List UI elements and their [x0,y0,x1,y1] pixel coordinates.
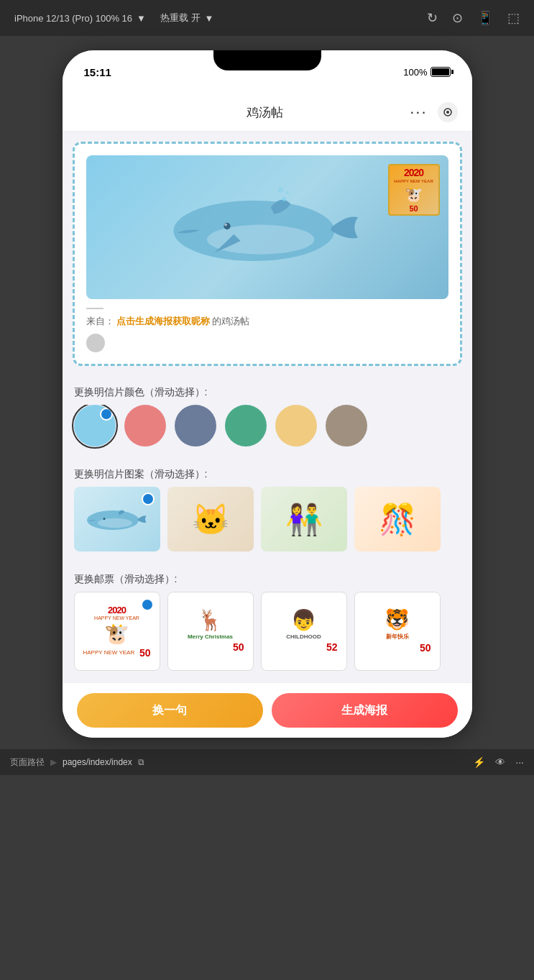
people-emoji: 👫 [285,502,323,537]
devbar-more-icon[interactable]: ··· [515,756,524,768]
phone-time: 15:11 [84,66,111,78]
color-option-0[interactable] [74,405,116,447]
postcard-divider [86,308,103,309]
svg-point-10 [98,518,132,528]
stamp1-text: HAPPY NEW YEAR [94,615,139,620]
fullscreen-icon[interactable]: ⬚ [507,10,520,26]
refresh-icon[interactable]: ↻ [427,10,438,26]
toolbar-left: iPhone 12/13 (Pro) 100% 16 ▼ 热重载 开 ▼ [14,12,213,24]
svg-point-5 [224,223,227,226]
festival-emoji: 🎊 [379,502,416,537]
phone-icon[interactable]: 📱 [477,10,493,26]
stamp-section: 更换邮票（滑动选择）: 2020 HAPPY NEW YEAR 🐮 HAPPY … [63,563,472,682]
app-title: 鸡汤帖 [120,104,410,121]
phone-status: 100% [403,67,450,78]
hotreload-label[interactable]: 热重载 开 [160,12,201,24]
color-option-4[interactable] [275,405,317,447]
image-option-whale[interactable] [74,487,160,551]
image-option-festival[interactable]: 🎊 [354,487,441,551]
stamp-option-2020[interactable]: 2020 HAPPY NEW YEAR 🐮 HAPPY NEW YEAR 50 [74,592,160,671]
image-selected-indicator [142,493,155,505]
devbar-divider: ▶ [50,757,57,767]
more-button[interactable]: ··· [410,103,427,122]
stamp-selector[interactable]: 2020 HAPPY NEW YEAR 🐮 HAPPY NEW YEAR 50 … [63,592,472,682]
image-section-label: 更换明信片图案（滑动选择）: [63,458,472,487]
stamp-animal: 🐮 [405,186,423,203]
phone-content[interactable]: 2020 HAPPY NEW YEAR 🐮 50 来自： 点击生成海报获取昵称 … [63,132,472,738]
whale-illustration [167,180,368,275]
stamp2-label: Merry Christmas [188,633,233,640]
stamp1-label: HAPPY NEW YEAR [83,649,135,656]
scan-icon [442,106,454,118]
chevron-icon: ▼ [137,13,146,24]
color-selector[interactable] [63,405,472,458]
image-section: 更换明信片图案（滑动选择）: 🐱 [63,458,472,563]
stamp4-label: 新年快乐 [386,633,409,641]
stamp-area: 2020 HAPPY NEW YEAR 🐮 50 [388,164,440,216]
header-actions: ··· [410,102,457,122]
record-icon[interactable]: ⊙ [452,10,463,26]
svg-point-11 [103,518,105,520]
suffix-text: 的鸡汤帖 [212,315,249,328]
app-header: 鸡汤帖 ··· [63,93,472,132]
devbar-icons: ⚡ 👁 ··· [473,756,524,768]
scan-button[interactable] [438,102,458,122]
devbar-path: pages/index/index [63,757,132,767]
svg-point-1 [446,111,449,114]
stamp-section-label: 更换邮票（滑动选择）: [63,563,472,592]
toolbar: iPhone 12/13 (Pro) 100% 16 ▼ 热重载 开 ▼ ↻ ⊙… [0,0,534,36]
bottom-buttons: 换一句 生成海报 [63,682,472,738]
battery-percent: 100% [403,67,427,78]
devbar-copy-icon[interactable]: ⧉ [138,757,144,767]
cat-emoji: 🐱 [192,502,229,537]
stamp-selected-indicator [141,598,154,611]
stamp1-year: 2020 [108,605,126,615]
battery-icon [431,67,451,77]
stamp-option-christmas[interactable]: 🦌 Merry Christmas 50 [167,592,254,671]
svg-point-7 [286,191,289,194]
toolbar-right: ↻ ⊙ 📱 ⬚ [427,10,520,26]
selected-indicator [100,408,113,421]
whale-thumb-icon [85,501,149,537]
phone-frame: 15:11 100% 鸡汤帖 ··· [63,50,472,738]
devbar-eye-icon[interactable]: 👁 [495,756,505,768]
svg-point-4 [224,222,230,229]
stamp4-number: 50 [420,642,431,654]
generate-poster-button[interactable]: 生成海报 [272,693,458,728]
stamp1-number: 50 [139,647,151,659]
image-option-people[interactable]: 👫 [261,487,347,551]
color-option-1[interactable] [124,405,166,447]
postcard-caption: 来自： 点击生成海报获取昵称 的鸡汤帖 [86,315,448,328]
status-bar: 15:11 100% [63,50,472,93]
postcard-container: 2020 HAPPY NEW YEAR 🐮 50 来自： 点击生成海报获取昵称 … [73,142,462,366]
dev-bar: 页面路径 ▶ pages/index/index ⧉ ⚡ 👁 ··· [0,749,534,775]
stamp3-label: CHILDHOOD [286,633,321,640]
color-option-5[interactable] [326,405,367,447]
postcard-image[interactable]: 2020 HAPPY NEW YEAR 🐮 50 [86,155,448,299]
highlight-text[interactable]: 点击生成海报获取昵称 [116,315,210,328]
image-selector[interactable]: 🐱 👫 🎊 [63,487,472,563]
stamp-year: 2020 [404,167,423,178]
stamp3-number: 52 [326,641,338,653]
devbar-path-label: 页面路径 [10,756,45,769]
stamp-number: 50 [409,204,418,213]
stamp-option-newyear[interactable]: 🐯 新年快乐 50 [354,592,441,671]
stamp2-number: 50 [233,641,244,653]
color-option-2[interactable] [175,405,216,447]
color-option-3[interactable] [225,405,267,447]
refresh-sentence-button[interactable]: 换一句 [77,693,263,728]
from-label: 来自： [86,315,114,328]
postcard-avatar [86,334,105,352]
stamp2-emoji: 🦌 [198,608,223,632]
device-label[interactable]: iPhone 12/13 (Pro) 100% 16 [14,13,132,24]
color-section-label: 更换明信片颜色（滑动选择）: [63,376,472,405]
battery-fill [432,68,449,75]
image-option-cat[interactable]: 🐱 [167,487,254,551]
svg-point-8 [277,187,282,192]
svg-point-6 [282,197,286,201]
stamp-option-childhood[interactable]: 👦 CHILDHOOD 52 [261,592,347,671]
devbar-lightning-icon[interactable]: ⚡ [473,756,485,768]
svg-point-3 [207,224,314,254]
stamp4-emoji: 🐯 [385,608,410,631]
stamp1-emoji: 🐮 [104,622,129,646]
